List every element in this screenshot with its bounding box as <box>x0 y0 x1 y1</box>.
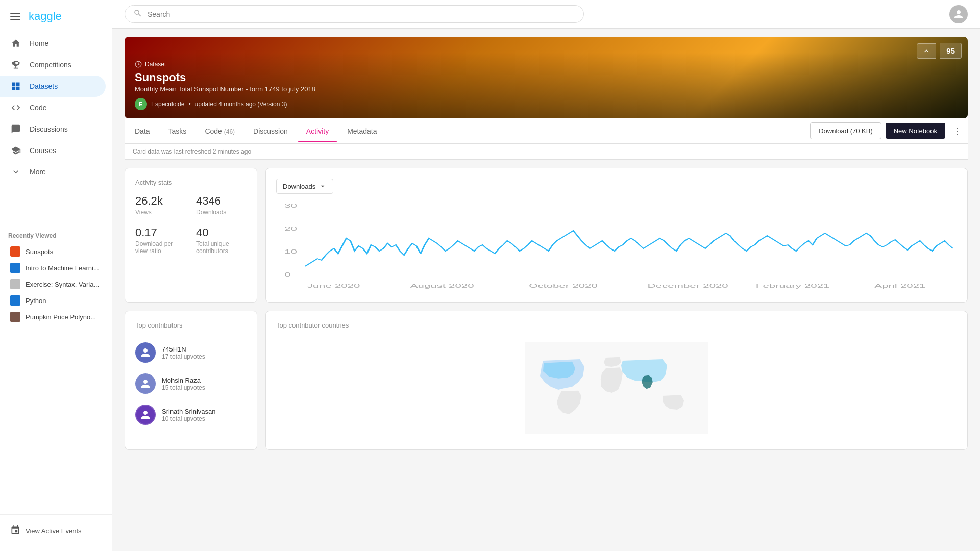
contributor-name-1: Mohsin Raza <box>162 377 205 384</box>
mortarboard-icon <box>10 145 21 156</box>
svg-text:June 2020: June 2020 <box>307 283 360 289</box>
code-icon <box>10 102 21 113</box>
view-active-events-button[interactable]: View Active Events <box>8 521 104 541</box>
top-countries-card: Top contributor countries <box>265 311 968 450</box>
chevron-down-icon <box>10 166 21 178</box>
sidebar-item-home[interactable]: Home <box>0 33 106 54</box>
svg-text:20: 20 <box>284 226 297 232</box>
contributor-upvotes-1: 15 total upvotes <box>162 384 205 391</box>
download-ratio-label: Download per view ratio <box>135 240 186 255</box>
contributor-info-0: 745H1N 17 total upvotes <box>162 345 205 360</box>
sidebar-item-competitions[interactable]: Competitions <box>0 54 106 76</box>
contributor-item-1: Mohsin Raza 15 total upvotes <box>135 368 247 399</box>
events-icon <box>10 525 20 537</box>
views-stat: 26.2k Views <box>135 194 186 216</box>
countries-card-title: Top contributor countries <box>276 321 957 329</box>
new-notebook-button[interactable]: New Notebook <box>886 123 945 139</box>
activity-stats-card: Activity stats 26.2k Views 4346 Download… <box>125 168 257 303</box>
tab-tasks[interactable]: Tasks <box>160 120 195 142</box>
tab-data-label: Data <box>135 127 150 135</box>
recent-label-python: Python <box>26 297 46 305</box>
recent-icon-intro-ml <box>10 263 20 273</box>
recent-item-sunspots[interactable]: Sunspots <box>8 243 104 260</box>
downloads-chart-svg: 30 20 10 0 June 2020 August 2020 October… <box>276 200 957 292</box>
contributor-info-1: Mohsin Raza 15 total upvotes <box>162 377 205 391</box>
sidebar-footer: View Active Events <box>0 514 112 551</box>
svg-rect-1 <box>10 16 20 17</box>
app-name: kaggle <box>29 10 62 23</box>
recent-item-python[interactable]: Python <box>8 292 104 309</box>
view-events-label: View Active Events <box>26 527 82 535</box>
contributor-name-0: 745H1N <box>162 345 205 353</box>
recently-viewed-title: Recently Viewed <box>8 232 104 239</box>
refresh-text: Card data was last refreshed 2 minutes a… <box>133 148 251 155</box>
tab-code[interactable]: Code (46) <box>197 120 243 142</box>
recent-label-exercise-syntax: Exercise: Syntax, Varia... <box>26 281 99 288</box>
sidebar-item-code[interactable]: Code <box>0 97 106 118</box>
sidebar-item-datasets[interactable]: Datasets <box>0 76 106 97</box>
tab-data[interactable]: Data <box>127 120 158 142</box>
recently-viewed-section: Recently Viewed Sunspots Intro to Machin… <box>0 226 112 325</box>
search-bar[interactable] <box>125 5 584 23</box>
hamburger-icon[interactable] <box>8 9 22 23</box>
download-ratio-value: 0.17 <box>135 226 186 239</box>
sidebar-item-more[interactable]: More <box>0 161 106 183</box>
contributor-avatar-2 <box>135 405 156 425</box>
unique-contributors-stat: 40 Total unique contributors <box>196 226 247 255</box>
sidebar-item-discussions[interactable]: Discussions <box>0 118 106 140</box>
recent-label-pumpkin: Pumpkin Price Polyno... <box>26 313 96 321</box>
sidebar-discussions-label: Discussions <box>30 125 68 133</box>
contributor-item-2: Srinath Srinivasan 10 total upvotes <box>135 399 247 430</box>
views-value: 26.2k <box>135 194 186 208</box>
upvote-button[interactable] <box>917 43 936 59</box>
recent-label-intro-ml: Intro to Machine Learni... <box>26 264 99 272</box>
dataset-author: E Especuloide • updated 4 months ago (Ve… <box>135 98 958 110</box>
tab-discussion-label: Discussion <box>253 127 288 135</box>
recent-label-sunspots: Sunspots <box>26 248 53 256</box>
dot-separator: • <box>188 101 190 108</box>
recent-item-exercise-syntax[interactable]: Exercise: Syntax, Varia... <box>8 276 104 292</box>
sidebar: kaggle Home Competitions <box>0 0 112 551</box>
download-button[interactable]: Download (70 KB) <box>810 122 881 139</box>
main-content: Dataset Sunspots Monthly Mean Total Suns… <box>112 0 980 551</box>
tab-code-label: Code <box>205 127 222 135</box>
contributor-avatar-0 <box>135 342 156 363</box>
tab-metadata[interactable]: Metadata <box>339 120 385 142</box>
refresh-note: Card data was last refreshed 2 minutes a… <box>125 144 968 160</box>
recent-icon-sunspots <box>10 246 20 257</box>
sidebar-code-label: Code <box>30 104 46 112</box>
stats-row: Activity stats 26.2k Views 4346 Download… <box>125 168 968 303</box>
contributors-value: 40 <box>196 226 247 239</box>
downloads-value: 4346 <box>196 194 247 208</box>
downloads-dropdown[interactable]: Downloads <box>276 179 333 194</box>
downloads-stat: 4346 Downloads <box>196 194 247 216</box>
user-avatar[interactable] <box>949 5 968 23</box>
tabs-bar: Data Tasks Code (46) Discussion Activity… <box>125 118 968 144</box>
svg-text:30: 30 <box>284 203 297 209</box>
search-input[interactable] <box>148 10 575 18</box>
sidebar-courses-label: Courses <box>30 146 56 155</box>
logo[interactable]: kaggle <box>0 4 112 29</box>
contributors-card-title: Top contributors <box>135 321 247 329</box>
recent-item-intro-ml[interactable]: Intro to Machine Learni... <box>8 260 104 276</box>
contributor-name-2: Srinath Srinivasan <box>162 408 216 415</box>
tab-discussion[interactable]: Discussion <box>245 120 296 142</box>
top-contributors-card: Top contributors 745H1N 17 total upvotes <box>125 311 257 450</box>
stats-card-title: Activity stats <box>135 179 247 186</box>
recent-item-pumpkin[interactable]: Pumpkin Price Polyno... <box>8 309 104 325</box>
author-avatar: E <box>135 98 147 110</box>
download-ratio-stat: 0.17 Download per view ratio <box>135 226 186 255</box>
grid-icon <box>10 81 21 92</box>
svg-text:August 2020: August 2020 <box>410 283 474 289</box>
sidebar-more-label: More <box>30 168 46 176</box>
downloads-label: Downloads <box>196 209 247 216</box>
sidebar-item-courses[interactable]: Courses <box>0 140 106 161</box>
svg-text:December 2020: December 2020 <box>648 283 728 289</box>
recent-icon-pumpkin <box>10 312 20 322</box>
sidebar-home-label: Home <box>30 39 48 47</box>
more-options-button[interactable]: ⋮ <box>949 123 966 139</box>
tab-activity[interactable]: Activity <box>298 120 337 142</box>
svg-text:April 2021: April 2021 <box>874 283 925 289</box>
tab-code-count: (46) <box>224 128 235 135</box>
downloads-dropdown-label: Downloads <box>283 183 315 190</box>
